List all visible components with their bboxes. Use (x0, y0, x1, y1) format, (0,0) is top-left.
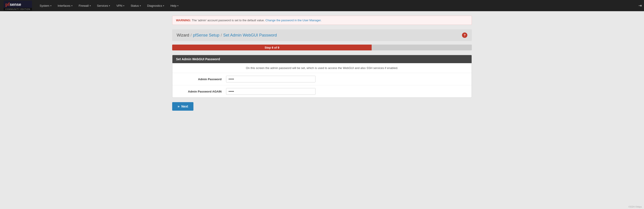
warning-link[interactable]: Change the password in the User Manager. (266, 19, 322, 22)
breadcrumb: Wizard / pfSense Setup / Set Admin WebGU… (177, 33, 277, 38)
admin-password-again-row: Admin Password AGAIN (172, 85, 472, 97)
set-admin-panel: Set Admin WebGUI Password On this screen… (172, 55, 472, 98)
nav-item-system[interactable]: System ▾ (36, 3, 54, 9)
nav-caret-services: ▾ (109, 5, 110, 7)
nav-right: ⇥ (638, 3, 642, 8)
admin-password-again-label: Admin Password AGAIN (177, 90, 226, 93)
progress-container: Step 6 of 9 (172, 45, 472, 50)
brand: pf sense COMMUNITY EDITION (2, 1, 32, 11)
nav-caret-vpn: ▾ (123, 5, 124, 7)
warning-text: The 'admin' account password is set to t… (192, 19, 265, 22)
logo-main: pf sense (4, 1, 32, 8)
breadcrumb-link-pfsense-setup[interactable]: pfSense Setup (193, 33, 219, 38)
breadcrumb-separator-1: / (190, 33, 192, 38)
admin-password-row: Admin Password (172, 73, 472, 85)
logo-text: pf sense (5, 1, 30, 7)
next-button-icon: » (178, 104, 180, 108)
description-text: On this screen the admin password will b… (246, 66, 398, 70)
nav-link-diagnostics[interactable]: Diagnostics ▾ (145, 3, 166, 9)
breadcrumb-separator-2: / (221, 33, 222, 38)
nav-caret-status: ▾ (140, 5, 141, 7)
next-button-label: Next (181, 105, 188, 108)
nav-item-interfaces[interactable]: Interfaces ▾ (54, 3, 76, 9)
admin-password-again-input[interactable] (226, 88, 316, 95)
panel-title: Set Admin WebGUI Password (176, 57, 220, 61)
nav-link-services[interactable]: Services ▾ (95, 3, 112, 9)
logout-icon[interactable]: ⇥ (638, 3, 642, 8)
nav-caret-interfaces: ▾ (71, 5, 72, 7)
nav-label-system: System (40, 4, 49, 8)
nav-link-vpn[interactable]: VPN ▾ (114, 3, 126, 9)
warning-banner: WARNING: The 'admin' account password is… (172, 16, 472, 25)
breadcrumb-root: Wizard (177, 33, 189, 38)
nav-caret-system: ▾ (50, 5, 52, 7)
nav-label-status: Status (130, 4, 139, 8)
nav-label-diagnostics: Diagnostics (147, 4, 162, 8)
nav-label-help: Help (170, 4, 176, 8)
nav-item-status[interactable]: Status ▾ (128, 3, 144, 9)
nav-caret-firewall: ▾ (90, 5, 91, 7)
nav-item-firewall[interactable]: Firewall ▾ (76, 3, 94, 9)
nav-menu: System ▾ Interfaces ▾ Firewall ▾ Service… (36, 3, 638, 9)
nav-item-diagnostics[interactable]: Diagnostics ▾ (144, 3, 167, 9)
logo-sense: sense (10, 2, 21, 7)
nav-label-interfaces: Interfaces (58, 4, 70, 8)
admin-password-input[interactable] (226, 76, 316, 82)
nav-item-help[interactable]: Help ▾ (167, 3, 182, 9)
help-icon[interactable]: ? (462, 33, 467, 38)
admin-password-label: Admin Password (177, 78, 226, 81)
progress-bar: Step 6 of 9 (172, 45, 372, 50)
panel-body: On this screen the admin password will b… (172, 63, 472, 97)
nav-label-vpn: VPN (116, 4, 122, 8)
nav-link-interfaces[interactable]: Interfaces ▾ (56, 3, 75, 9)
warning-label: WARNING: (176, 19, 191, 22)
breadcrumb-section: Wizard / pfSense Setup / Set Admin WebGU… (172, 29, 472, 41)
nav-item-services[interactable]: Services ▾ (94, 3, 113, 9)
navbar: pf sense COMMUNITY EDITION System ▾ Inte… (0, 0, 644, 11)
nav-link-help[interactable]: Help ▾ (168, 3, 181, 9)
next-button[interactable]: » Next (172, 102, 194, 111)
nav-link-system[interactable]: System ▾ (37, 3, 54, 9)
page-content: WARNING: The 'admin' account password is… (166, 11, 478, 115)
logo-block: pf sense COMMUNITY EDITION (4, 1, 32, 11)
nav-label-firewall: Firewall (79, 4, 89, 8)
nav-link-firewall[interactable]: Firewall ▾ (76, 3, 93, 9)
nav-item-vpn[interactable]: VPN ▾ (113, 3, 128, 9)
breadcrumb-current: Set Admin WebGUI Password (223, 33, 277, 38)
nav-caret-help: ▾ (177, 5, 178, 7)
panel-header: Set Admin WebGUI Password (172, 55, 472, 63)
nav-caret-diagnostics: ▾ (163, 5, 164, 7)
form-description: On this screen the admin password will b… (172, 63, 472, 73)
logo-edition: COMMUNITY EDITION (4, 8, 32, 11)
nav-link-status[interactable]: Status ▾ (128, 3, 143, 9)
logo-pf: pf (5, 1, 10, 7)
nav-label-services: Services (97, 4, 108, 8)
progress-label: Step 6 of 9 (264, 46, 279, 49)
